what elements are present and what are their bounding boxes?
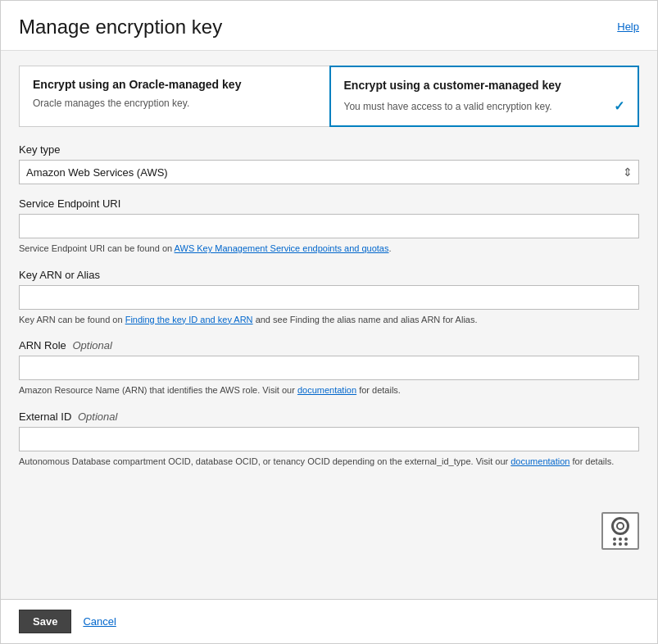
key-type-select[interactable]: Amazon Web Services (AWS) Oracle Key Vau… xyxy=(19,160,639,184)
external-id-hint: Autonomous Database compartment OCID, da… xyxy=(19,455,639,469)
customer-managed-card[interactable]: Encrypt using a customer-managed key You… xyxy=(329,66,640,127)
external-id-group: External ID Optional Autonomous Database… xyxy=(19,410,639,469)
page-title: Manage encryption key xyxy=(19,16,222,39)
oracle-managed-card[interactable]: Encrypt using an Oracle-managed key Orac… xyxy=(19,66,329,127)
header: Manage encryption key Help xyxy=(1,1,657,51)
arn-role-optional: Optional xyxy=(72,339,111,351)
cancel-button[interactable]: Cancel xyxy=(83,615,116,628)
help-widget[interactable] xyxy=(601,512,639,550)
aws-endpoints-link[interactable]: AWS Key Management Service endpoints and… xyxy=(175,243,389,253)
oracle-managed-title: Encrypt using an Oracle-managed key xyxy=(33,78,316,91)
key-arn-input[interactable] xyxy=(19,285,639,310)
key-type-group: Key type Amazon Web Services (AWS) Oracl… xyxy=(19,143,639,184)
service-endpoint-label: Service Endpoint URI xyxy=(19,197,639,210)
help-ring-inner xyxy=(616,522,624,530)
oracle-managed-description: Oracle manages the encryption key. xyxy=(33,98,316,109)
help-ring-icon xyxy=(611,517,629,535)
service-endpoint-group: Service Endpoint URI Service Endpoint UR… xyxy=(19,197,639,256)
service-endpoint-hint: Service Endpoint URI can be found on AWS… xyxy=(19,242,639,256)
finding-key-id-link[interactable]: Finding the key ID and key ARN xyxy=(125,315,253,324)
arn-role-label: ARN Role Optional xyxy=(19,339,639,351)
content-area: Encrypt using an Oracle-managed key Orac… xyxy=(1,51,657,599)
help-link[interactable]: Help xyxy=(617,20,639,33)
customer-managed-description: You must have access to a valid encrypti… xyxy=(344,101,552,112)
selected-checkmark: ✓ xyxy=(614,98,624,114)
key-arn-hint: Key ARN can be found on Finding the key … xyxy=(19,313,639,327)
help-widget-inner xyxy=(611,517,629,546)
external-id-doc-link[interactable]: documentation xyxy=(511,456,570,466)
external-id-input[interactable] xyxy=(19,427,639,451)
external-id-label: External ID Optional xyxy=(19,410,639,423)
arn-role-input[interactable] xyxy=(19,356,639,380)
key-arn-group: Key ARN or Alias Key ARN can be found on… xyxy=(19,269,639,327)
save-button[interactable]: Save xyxy=(19,610,71,633)
service-endpoint-input[interactable] xyxy=(19,214,639,238)
key-type-select-wrapper: Amazon Web Services (AWS) Oracle Key Vau… xyxy=(19,160,639,184)
arn-role-doc-link[interactable]: documentation xyxy=(297,385,356,395)
customer-managed-title: Encrypt using a customer-managed key xyxy=(344,79,625,92)
external-id-optional: Optional xyxy=(78,410,117,423)
help-dots-icon xyxy=(613,537,629,546)
encryption-options: Encrypt using an Oracle-managed key Orac… xyxy=(19,66,639,127)
footer: Save Cancel xyxy=(1,599,657,643)
key-type-label: Key type xyxy=(19,143,639,156)
key-arn-label: Key ARN or Alias xyxy=(19,269,639,281)
arn-role-group: ARN Role Optional Amazon Resource Name (… xyxy=(19,339,639,397)
arn-role-hint: Amazon Resource Name (ARN) that identifi… xyxy=(19,383,639,397)
